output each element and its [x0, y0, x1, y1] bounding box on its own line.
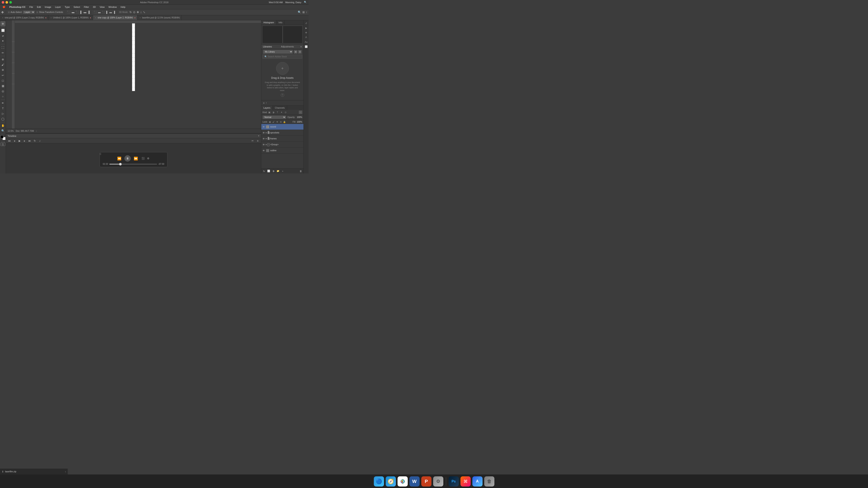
layer-visibility-sound[interactable]: 👁 — [262, 125, 265, 128]
blur-tool[interactable]: ◎ — [0, 89, 5, 94]
timeline-split[interactable]: ✂ — [250, 139, 255, 143]
frames-expand-arrow[interactable]: ▶ — [266, 138, 267, 139]
clone-stamp-tool[interactable]: ✲ — [0, 67, 5, 72]
lock-position[interactable]: ✥ — [276, 120, 279, 123]
zoom-tool[interactable]: 🔍 — [0, 128, 5, 133]
layer-visibility-sprockets[interactable]: 👁 — [262, 131, 265, 134]
minimize-button[interactable] — [5, 1, 8, 4]
layer-visibility-outline[interactable]: 👁 — [262, 149, 265, 152]
filter-smart-icon[interactable]: ⊙ — [284, 110, 287, 114]
gradient-tool[interactable]: ▦ — [0, 83, 5, 88]
library-add-icon[interactable]: + — [263, 101, 265, 105]
align-center-v[interactable]: ▬ — [84, 10, 87, 14]
timeline-step-back[interactable]: ◂ — [12, 139, 17, 143]
filter-adjust-icon[interactable]: ◑ — [272, 110, 275, 114]
layer-row-sound[interactable]: 👁 ♪ sound — [261, 124, 304, 130]
align-bottom[interactable]: ⬛ — [76, 10, 79, 14]
layer-visibility-frames[interactable]: 👁 — [262, 137, 265, 140]
layer-row-frames[interactable]: 👁 ▶ frames — [261, 136, 304, 142]
layer-row-sprockets[interactable]: 👁 ▶ sprockets — [261, 130, 304, 136]
tab-info[interactable]: Info — [276, 20, 285, 25]
layer-row-outline[interactable]: 👁 outline — [261, 148, 304, 154]
lock-artboards[interactable]: ⊞ — [279, 120, 282, 123]
menu-type[interactable]: Type — [63, 5, 71, 9]
menu-filter[interactable]: Filter — [82, 5, 91, 9]
align-right[interactable]: ▐ — [88, 10, 90, 14]
timeline-step-forward[interactable]: ▸ — [23, 139, 27, 143]
3d-rotate[interactable]: ↻ — [129, 10, 132, 14]
menu-layer[interactable]: Layer — [53, 5, 63, 9]
timeline-settings[interactable]: ≡ — [255, 139, 260, 143]
add-layer-style[interactable]: fx — [262, 169, 266, 173]
3d-scale[interactable]: ⤡ — [143, 10, 145, 14]
layers-filter-toggle[interactable]: ○ — [299, 110, 302, 114]
path-select-tool[interactable]: ▷ — [0, 111, 5, 116]
menu-window[interactable]: Window — [107, 5, 119, 9]
new-layer[interactable]: + — [281, 169, 285, 173]
filter-type-icon[interactable]: T — [276, 110, 279, 114]
tab-vine-psd[interactable]: × vine.psd @ 100% (Layer 2 copy, RGB/8#)… — [0, 15, 48, 20]
tab-channels[interactable]: Channels — [273, 106, 287, 110]
eraser-tool[interactable]: ◻ — [0, 78, 5, 83]
history-brush-tool[interactable]: ↩ — [0, 73, 5, 78]
distribute-h-center[interactable]: ▬ — [110, 11, 112, 14]
magic-wand-tool[interactable]: ✦ — [0, 38, 5, 43]
menu-help[interactable]: Help — [119, 5, 127, 9]
tab-close-4[interactable]: × — [139, 17, 141, 19]
align-middle-h[interactable]: ▬ — [72, 10, 74, 14]
auto-select-checkbox[interactable] — [8, 11, 10, 13]
tab-close-3[interactable]: × — [95, 17, 97, 19]
search-icon[interactable]: 🔍 — [304, 1, 307, 4]
menu-3d[interactable]: 3D — [91, 5, 97, 9]
auto-select-dropdown[interactable]: Layer Group — [23, 10, 35, 14]
video-progress-track[interactable] — [110, 164, 157, 165]
drag-drop-info-icon[interactable]: ? — [281, 93, 284, 97]
tab-untitled[interactable]: × Untitled-1 @ 100% (Layer 1, RGB/8#) ● — [48, 15, 93, 20]
timeline-goto-end[interactable]: ⏭ — [28, 139, 32, 143]
distribute-v-center[interactable]: ▬ — [98, 11, 101, 14]
sprockets-expand-arrow[interactable]: ▶ — [266, 132, 267, 134]
layer-visibility-group[interactable]: 👁 — [262, 143, 265, 146]
library-list-view[interactable]: ☰ — [298, 50, 302, 54]
distribute-bottom[interactable]: ⬛ — [102, 11, 105, 14]
hand-tool[interactable]: ✋ — [0, 123, 5, 128]
library-dropdown[interactable]: My Library — [263, 50, 293, 54]
lock-transparent-pixels[interactable]: ▣ — [269, 120, 272, 123]
fill-value[interactable]: 100% — [297, 121, 302, 123]
video-pause-button[interactable]: ⏸ — [124, 155, 131, 162]
sib-tool-preset[interactable]: ✥ — [304, 31, 308, 35]
tab-histogram[interactable]: Histogram — [261, 20, 276, 25]
libraries-panel-menu[interactable]: ≡ — [301, 45, 302, 48]
tab-laserfilm[interactable]: × laserfilm.psd @ 12.5% (sound, RGB/8#) — [137, 15, 182, 20]
distribute-top[interactable]: ⬛ — [94, 11, 97, 14]
mac-window-controls[interactable] — [2, 1, 12, 4]
menu-view[interactable]: View — [98, 5, 106, 9]
view-options-icon[interactable]: ⊞ — [302, 10, 305, 14]
sib-swatches[interactable]: ⬜ — [304, 44, 308, 49]
delete-layer[interactable]: 🗑 — [299, 169, 303, 173]
timeline-loop[interactable]: ↻ — [33, 139, 37, 143]
search-stock-input[interactable] — [268, 56, 300, 58]
video-rewind-button[interactable]: ⏪ — [117, 156, 122, 161]
adjustments-tab-label[interactable]: Adjustments — [281, 45, 294, 48]
3d-roll[interactable]: ⊙ — [133, 10, 135, 14]
timeline-goto-start[interactable]: ⏮ — [7, 139, 11, 143]
maximize-button[interactable] — [9, 1, 12, 4]
menu-app[interactable]: Photoshop CC — [8, 5, 27, 9]
distribute-right[interactable]: ▐ — [113, 11, 115, 14]
tab-layers[interactable]: Layers — [261, 106, 273, 110]
dodge-tool[interactable]: ○ — [0, 94, 5, 99]
opacity-value[interactable]: 100% — [296, 116, 302, 119]
search-icon-top[interactable]: 🔍 — [298, 10, 301, 14]
rectangular-marquee-tool[interactable]: ⬜ — [0, 28, 5, 33]
spot-heal-tool[interactable]: ⊕ — [0, 57, 5, 62]
crop-tool[interactable]: ⛶ — [0, 45, 5, 50]
add-mask[interactable]: ⬜ — [267, 169, 271, 173]
align-left[interactable]: ▌ — [80, 10, 82, 14]
foreground-color-swatch[interactable] — [0, 135, 3, 138]
create-group[interactable]: 📁 — [276, 169, 280, 173]
quick-mask-mode[interactable]: Q — [1, 142, 5, 146]
move-tool[interactable]: ✥ — [0, 21, 5, 26]
menu-edit[interactable]: Edit — [35, 5, 42, 9]
libraries-tab-label[interactable]: Libraries — [263, 45, 272, 48]
